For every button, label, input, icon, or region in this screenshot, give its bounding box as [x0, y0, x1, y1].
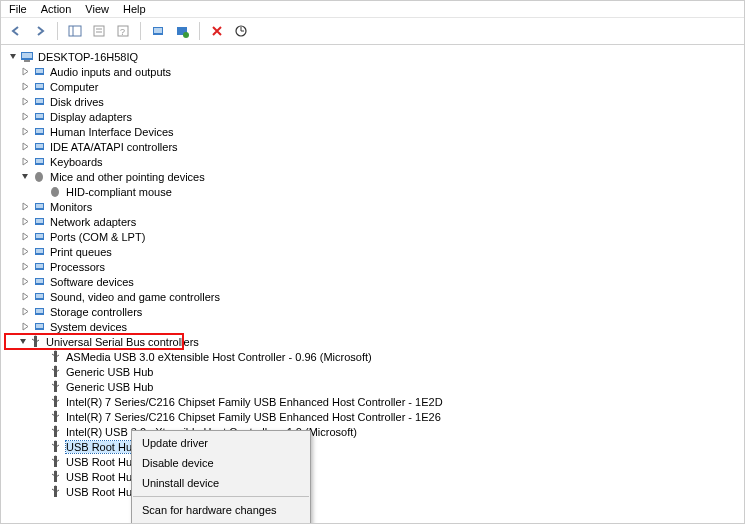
device-category-icon	[32, 125, 46, 139]
collapse-icon[interactable]	[19, 291, 31, 303]
device-label: USB Root Hub	[66, 441, 138, 453]
tree-category[interactable]: Audio inputs and outputs	[5, 64, 744, 79]
tree-category[interactable]: Print queues	[5, 244, 744, 259]
cm-update-driver[interactable]: Update driver	[132, 433, 310, 453]
svg-rect-14	[24, 60, 30, 62]
show-hide-tree-button[interactable]	[66, 22, 84, 40]
help-button[interactable]: ?	[114, 22, 132, 40]
cm-disable-device[interactable]: Disable device	[132, 453, 310, 473]
collapse-icon[interactable]	[19, 156, 31, 168]
svg-rect-26	[36, 144, 43, 148]
svg-rect-8	[154, 28, 162, 33]
expand-icon[interactable]	[19, 171, 31, 183]
tree-device-usb[interactable]: USB Root Hub	[5, 454, 744, 469]
tree-device[interactable]: HID-compliant mouse	[5, 184, 744, 199]
category-label: Monitors	[50, 201, 92, 213]
tree-device-usb[interactable]: USB Root Hub	[5, 469, 744, 484]
expander-spacer	[35, 381, 47, 393]
collapse-icon[interactable]	[19, 261, 31, 273]
tree-device-usb[interactable]: Generic USB Hub	[5, 364, 744, 379]
collapse-icon[interactable]	[19, 216, 31, 228]
uninstall-button[interactable]	[208, 22, 226, 40]
expand-icon[interactable]	[7, 51, 19, 63]
update-driver-button[interactable]	[232, 22, 250, 40]
tree-device-usb[interactable]: USB Root Hub	[5, 439, 744, 454]
svg-point-70	[54, 486, 57, 489]
menu-view[interactable]: View	[85, 3, 109, 15]
device-category-icon	[32, 290, 46, 304]
tree-device-usb[interactable]: ASMedia USB 3.0 eXtensible Host Controll…	[5, 349, 744, 364]
svg-rect-46	[36, 309, 43, 313]
tree-device-usb[interactable]: Intel(R) USB 3.0 eXtensible Host Control…	[5, 424, 744, 439]
category-label: Print queues	[50, 246, 112, 258]
device-label: USB Root Hub	[66, 486, 138, 498]
category-label: Human Interface Devices	[50, 126, 174, 138]
tree-category[interactable]: Keyboards	[5, 154, 744, 169]
tree-category-usb[interactable]: Universal Serial Bus controllers	[5, 334, 183, 349]
svg-rect-32	[36, 204, 43, 208]
collapse-icon[interactable]	[19, 96, 31, 108]
tree-device-usb[interactable]: Intel(R) 7 Series/C216 Chipset Family US…	[5, 409, 744, 424]
collapse-icon[interactable]	[19, 66, 31, 78]
svg-rect-13	[22, 53, 32, 58]
back-button[interactable]	[7, 22, 25, 40]
usb-icon	[48, 485, 62, 499]
svg-point-60	[54, 411, 57, 414]
collapse-icon[interactable]	[19, 141, 31, 153]
collapse-icon[interactable]	[19, 201, 31, 213]
tree-category[interactable]: Software devices	[5, 274, 744, 289]
svg-point-62	[54, 426, 57, 429]
tree-category[interactable]: Display adapters	[5, 109, 744, 124]
tree-device-usb[interactable]: USB Root Hub	[5, 484, 744, 499]
svg-point-52	[54, 351, 57, 354]
toolbar: ?	[1, 18, 744, 45]
collapse-icon[interactable]	[19, 306, 31, 318]
computer-icon	[20, 50, 34, 64]
tree-category[interactable]: Disk drives	[5, 94, 744, 109]
tree-category[interactable]: Computer	[5, 79, 744, 94]
collapse-icon[interactable]	[19, 276, 31, 288]
tree-category[interactable]: System devices	[5, 319, 744, 334]
tree-category[interactable]: IDE ATA/ATAPI controllers	[5, 139, 744, 154]
menu-help[interactable]: Help	[123, 3, 146, 15]
scan-button[interactable]	[149, 22, 167, 40]
toolbar-separator	[57, 22, 58, 40]
menu-action[interactable]: Action	[41, 3, 72, 15]
expand-icon[interactable]	[19, 336, 28, 348]
tree-category[interactable]: Processors	[5, 259, 744, 274]
tree-category[interactable]: Network adapters	[5, 214, 744, 229]
collapse-icon[interactable]	[19, 126, 31, 138]
menu-file[interactable]: File	[9, 3, 27, 15]
usb-icon	[29, 335, 42, 349]
tree-category[interactable]: Storage controllers	[5, 304, 744, 319]
tree-category[interactable]: Sound, video and game controllers	[5, 289, 744, 304]
usb-icon	[48, 395, 62, 409]
svg-rect-2	[94, 26, 104, 36]
device-label: USB Root Hub	[66, 456, 138, 468]
tree-root[interactable]: DESKTOP-16H58IQ	[5, 49, 744, 64]
tree-category[interactable]: Human Interface Devices	[5, 124, 744, 139]
cm-scan[interactable]: Scan for hardware changes	[132, 500, 310, 520]
svg-rect-28	[36, 159, 43, 163]
forward-button[interactable]	[31, 22, 49, 40]
tree-device-usb[interactable]: Intel(R) 7 Series/C216 Chipset Family US…	[5, 394, 744, 409]
tree-device-usb[interactable]: Generic USB Hub	[5, 379, 744, 394]
svg-rect-44	[36, 294, 43, 298]
svg-rect-42	[36, 279, 43, 283]
collapse-icon[interactable]	[19, 111, 31, 123]
device-tree[interactable]: DESKTOP-16H58IQ Audio inputs and outputs…	[1, 45, 744, 523]
tree-category[interactable]: Monitors	[5, 199, 744, 214]
tree-category[interactable]: Ports (COM & LPT)	[5, 229, 744, 244]
category-label: Computer	[50, 81, 98, 93]
tree-category-mice[interactable]: Mice and other pointing devices	[5, 169, 744, 184]
collapse-icon[interactable]	[19, 231, 31, 243]
properties-button[interactable]	[90, 22, 108, 40]
add-legacy-button[interactable]	[173, 22, 191, 40]
collapse-icon[interactable]	[19, 81, 31, 93]
collapse-icon[interactable]	[19, 321, 31, 333]
svg-rect-40	[36, 264, 43, 268]
category-label: Keyboards	[50, 156, 103, 168]
collapse-icon[interactable]	[19, 246, 31, 258]
svg-point-64	[54, 441, 57, 444]
cm-uninstall-device[interactable]: Uninstall device	[132, 473, 310, 493]
